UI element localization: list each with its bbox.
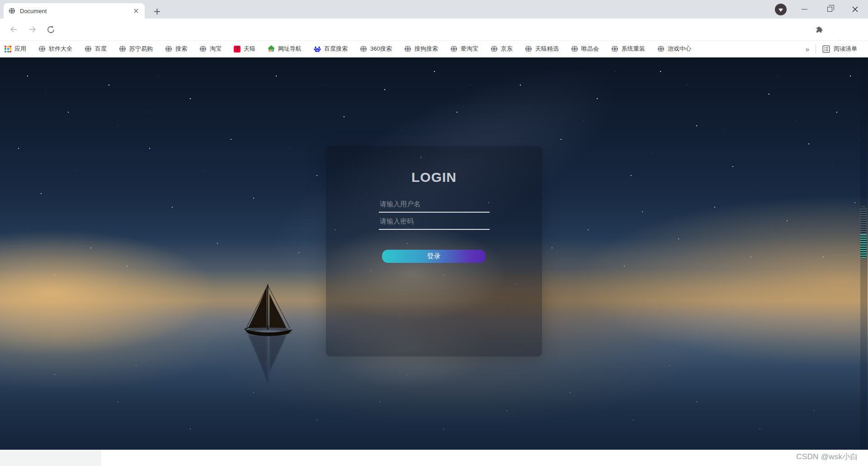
username-input[interactable]: [379, 196, 490, 213]
bookmark-apps[interactable]: 应用: [5, 45, 26, 53]
bookmark-item[interactable]: 360搜索: [360, 45, 392, 53]
globe-icon: [119, 45, 126, 52]
bookmark-item[interactable]: 淘宝: [199, 45, 222, 53]
extensions-puzzle-icon[interactable]: [812, 22, 827, 36]
globe-icon: [571, 45, 578, 52]
browser-tab[interactable]: Document: [4, 3, 145, 19]
globe-icon: [657, 45, 665, 52]
tmall-icon: T: [234, 46, 241, 52]
tab-globe-icon: [8, 7, 15, 14]
globe-icon: [404, 45, 411, 52]
bookmark-item[interactable]: 系统重装: [611, 45, 645, 53]
water-sparkles: [0, 57, 1, 58]
svg-text:du: du: [316, 49, 319, 52]
bookmark-baidu[interactable]: du 百度搜索: [314, 45, 348, 53]
bookmarks-overflow-chevron[interactable]: »: [806, 45, 809, 53]
login-card: LOGIN 登录: [326, 146, 542, 357]
bookmark-tmall[interactable]: T 天猫: [234, 45, 255, 53]
bookmark-item[interactable]: 百度: [85, 45, 107, 53]
reading-list-icon: [822, 45, 830, 53]
close-button[interactable]: [844, 0, 865, 19]
globe-icon: [611, 45, 618, 52]
reading-list-button[interactable]: 阅读清单: [822, 45, 857, 53]
tab-strip: Document: [0, 0, 868, 19]
toolbar: 127.0.0.1:5500/3-登录.html: [0, 19, 868, 40]
globe-icon: [38, 45, 46, 52]
login-button[interactable]: 登录: [382, 250, 486, 263]
globe-icon: [360, 45, 367, 52]
bookmark-item[interactable]: 爱淘宝: [450, 45, 478, 53]
minimize-button[interactable]: [794, 0, 815, 19]
password-input[interactable]: [379, 213, 490, 230]
bookmark-item[interactable]: 苏宁易购: [119, 45, 153, 53]
page-background: LOGIN 登录: [0, 57, 868, 450]
tab-title: Document: [20, 8, 132, 14]
refresh-icon[interactable]: [43, 22, 58, 37]
baidu-paw-icon: du: [314, 45, 321, 52]
bookmarks-bar: 应用 软件大全 百度 苏宁易购 搜索 淘宝 T 天猫 网址导航 du 百度搜索 …: [0, 40, 868, 57]
sailboat-image: [242, 277, 295, 385]
bookmark-item[interactable]: 唯品会: [571, 45, 599, 53]
bookmark-item[interactable]: 天猫精选: [525, 45, 559, 53]
globe-icon: [165, 45, 172, 52]
browser-update-icon[interactable]: [775, 4, 787, 15]
bookmark-item[interactable]: 搜狗搜索: [404, 45, 438, 53]
bottom-left-panel: [0, 450, 101, 466]
globe-icon: [491, 45, 498, 52]
globe-icon: [85, 45, 92, 52]
csdn-watermark: CSDN @wsk小白: [796, 452, 858, 462]
restore-button[interactable]: [819, 0, 840, 19]
globe-icon: [525, 45, 532, 52]
house-2345-icon: [268, 45, 275, 52]
bookmark-item[interactable]: 搜索: [165, 45, 187, 53]
forward-icon[interactable]: [26, 22, 41, 37]
bookmark-2345[interactable]: 网址导航: [268, 45, 302, 53]
tab-close-icon[interactable]: [132, 7, 140, 15]
bookmarks-divider: [816, 44, 816, 53]
bookmark-item[interactable]: 游戏中心: [657, 45, 691, 53]
scrollbar-teal-stripes: [860, 234, 867, 258]
apps-grid-icon: [5, 46, 11, 52]
bookmark-item[interactable]: 京东: [491, 45, 513, 53]
page-scrollbar-thumb[interactable]: [860, 206, 867, 258]
back-icon[interactable]: [5, 22, 20, 37]
globe-icon: [450, 45, 458, 52]
new-tab-button[interactable]: [151, 5, 163, 17]
bookmark-item[interactable]: 软件大全: [38, 45, 72, 53]
bottom-strip: CSDN @wsk小白: [0, 450, 868, 466]
globe-icon: [199, 45, 207, 52]
login-title: LOGIN: [326, 170, 542, 185]
